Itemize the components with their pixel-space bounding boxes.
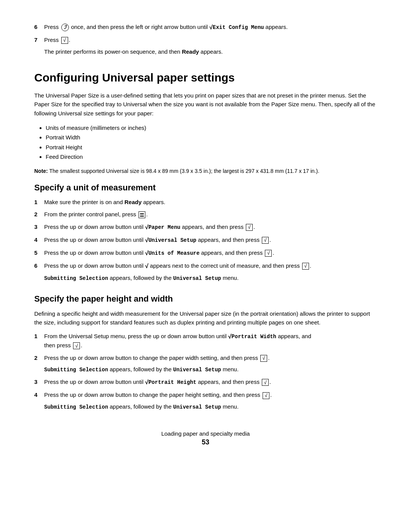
s1-step3: 3 Press the up or down arrow button unti… (34, 223, 377, 232)
check-box-icon: √ (73, 342, 80, 349)
s2-step2-num: 2 (34, 354, 42, 363)
s2-step1: 1 From the Universal Setup menu, press t… (34, 332, 377, 350)
s1-step5: 5 Press the up or down arrow button unti… (34, 249, 377, 258)
check-mark-icon: √ (209, 24, 213, 30)
menu-line2 (140, 215, 144, 216)
s1-step4-content: Press the up or down arrow button until … (44, 236, 377, 245)
intro-para: The Universal Paper Size is a user-defin… (34, 91, 377, 118)
exit-config-code: Exit Config Menu (213, 24, 264, 30)
section2-block: Specify the paper height and width Defin… (34, 294, 377, 411)
section1-block: Specify a unit of measurement 1 Make sur… (34, 183, 377, 283)
s2-step3-num: 3 (34, 378, 42, 387)
s1-step1-content: Make sure the printer is on and Ready ap… (44, 198, 377, 207)
check-box-icon: √ (61, 37, 68, 44)
s2-step4-num: 4 (34, 391, 42, 399)
note-para: Note: The smallest supported Universal s… (34, 167, 377, 175)
main-heading: Configuring Universal paper settings (34, 71, 377, 84)
s1-step2-num: 2 (34, 210, 42, 219)
note-text: The smallest supported Universal size is… (49, 168, 319, 174)
bullet-list: Units of measure (millimeters or inches)… (46, 123, 377, 162)
step-6-content: Press ℐ once, and then press the left or… (44, 23, 377, 32)
universal-setup-code2: Universal Setup (173, 275, 221, 281)
footer: Loading paper and specialty media 53 (34, 430, 377, 446)
check-icon: √ (145, 250, 148, 256)
s1-step5-content: Press the up or down arrow button until … (44, 249, 377, 258)
step-7-sub: The printer performs its power-on sequen… (44, 48, 377, 56)
s2-step1-num: 1 (34, 332, 42, 341)
s2-step4: 4 Press the up or down arrow button to c… (34, 391, 377, 411)
list-item: Portrait Height (46, 142, 377, 152)
s1-step3-line: 3 Press the up or down arrow button unti… (34, 223, 377, 232)
s1-step3-content: Press the up or down arrow button until … (44, 223, 377, 232)
step-6-line: 6 Press ℐ once, and then press the left … (34, 23, 377, 32)
universal-setup-code3: Universal Setup (173, 367, 221, 373)
list-item: Units of measure (millimeters or inches) (46, 123, 377, 133)
s1-step5-line: 5 Press the up or down arrow button unti… (34, 249, 377, 258)
submitting-code: Submitting Selection (44, 275, 108, 281)
check-box-icon: √ (246, 224, 253, 231)
list-item: Feed Direction (46, 152, 377, 162)
submitting-code: Submitting Selection (44, 404, 108, 410)
universal-setup-code4: Universal Setup (173, 404, 221, 410)
check-icon: √ (145, 379, 148, 385)
ready-bold: Ready (124, 199, 142, 205)
check-icon: √ (145, 224, 148, 230)
s2-step2-line: 2 Press the up or down arrow button to c… (34, 354, 377, 363)
s2-step4-sub: Submitting Selection appears, followed b… (44, 403, 377, 411)
menu-line3 (140, 216, 144, 217)
s2-step3-line: 3 Press the up or down arrow button unti… (34, 378, 377, 387)
s1-step6-sub: Submitting Selection appears, followed b… (44, 274, 377, 283)
s2-step4-content: Press the up or down arrow button to cha… (44, 391, 377, 399)
section1-heading: Specify a unit of measurement (34, 183, 377, 193)
s1-step6: 6 Press the up or down arrow button unti… (34, 262, 377, 283)
s1-step1: 1 Make sure the printer is on and Ready … (34, 198, 377, 207)
check-icon: √ (145, 237, 148, 243)
step-7-block: 7 Press √. The printer performs its powe… (34, 36, 377, 56)
s1-step5-num: 5 (34, 249, 42, 257)
portrait-width-code: Portrait Width (231, 334, 276, 340)
units-code: Units of Measure (148, 250, 199, 256)
portrait-height-code: Portrait Height (148, 379, 196, 385)
menu-line1 (140, 213, 144, 214)
footer-label: Loading paper and specialty media (34, 430, 377, 437)
paper-menu-code: Paper Menu (148, 224, 180, 230)
s1-step4: 4 Press the up or down arrow button unti… (34, 236, 377, 245)
s1-step2-line: 2 From the printer control panel, press … (34, 210, 377, 219)
list-item: Portrait Width (46, 133, 377, 142)
check-box-icon: √ (265, 250, 272, 257)
s1-step6-line: 6 Press the up or down arrow button unti… (34, 262, 377, 271)
check-icon: √ (145, 263, 148, 269)
check-box-icon: √ (302, 263, 309, 270)
section2-heading: Specify the paper height and width (34, 294, 377, 304)
s1-step6-num: 6 (34, 262, 42, 270)
page-content: 6 Press ℐ once, and then press the left … (34, 23, 377, 446)
s2-step4-line: 4 Press the up or down arrow button to c… (34, 391, 377, 399)
step-6-block: 6 Press ℐ once, and then press the left … (34, 23, 377, 32)
s2-step3: 3 Press the up or down arrow button unti… (34, 378, 377, 387)
s1-step4-num: 4 (34, 236, 42, 244)
s2-step3-content: Press the up or down arrow button until … (44, 378, 377, 387)
check-box-icon: √ (260, 355, 267, 362)
s2-step1-line: 1 From the Universal Setup menu, press t… (34, 332, 377, 350)
s1-step3-num: 3 (34, 223, 42, 232)
s2-step2-content: Press the up or down arrow button to cha… (44, 354, 377, 363)
s2-step2: 2 Press the up or down arrow button to c… (34, 354, 377, 374)
s2-step1-content: From the Universal Setup menu, press the… (44, 332, 377, 350)
s1-step2: 2 From the printer control panel, press … (34, 210, 377, 219)
step-6-num: 6 (34, 23, 42, 32)
circle-icon: ℐ (61, 24, 69, 31)
menu-icon (139, 211, 145, 218)
step-7-content: Press √. (44, 36, 377, 45)
step-7-line: 7 Press √. (34, 36, 377, 45)
s1-step1-num: 1 (34, 198, 42, 207)
check-box-icon: √ (262, 237, 269, 244)
s1-step4-line: 4 Press the up or down arrow button unti… (34, 236, 377, 245)
s1-step6-content: Press the up or down arrow button until … (44, 262, 377, 271)
s1-step1-line: 1 Make sure the printer is on and Ready … (34, 198, 377, 207)
universal-setup-code: Universal Setup (148, 237, 196, 243)
ready-text: Ready (182, 48, 199, 55)
submitting-code: Submitting Selection (44, 367, 108, 373)
footer-page: 53 (34, 438, 377, 446)
s1-step2-content: From the printer control panel, press . (44, 210, 377, 219)
check-box-icon: √ (263, 392, 269, 399)
